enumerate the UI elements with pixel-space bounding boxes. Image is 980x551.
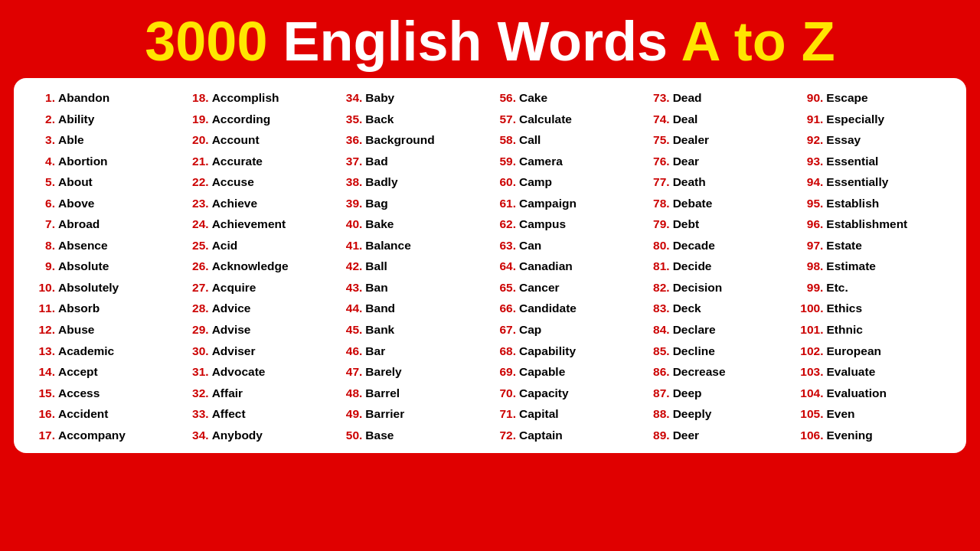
word-number: 29. (186, 321, 209, 339)
word-item: 40.Bake (336, 214, 490, 235)
word-number: 27. (186, 279, 209, 297)
word-number: 44. (339, 299, 362, 318)
word-number: 24. (186, 215, 209, 233)
word-item: 95.Establish (797, 193, 951, 214)
word-item: 66.Candidate (490, 298, 644, 319)
word-item: 92.Essay (797, 129, 951, 151)
word-number: 39. (339, 194, 362, 213)
word-text: Essay (826, 131, 861, 149)
word-text: Call (519, 131, 541, 149)
word-list-container: 1.Abandon2.Ability3.Able4.Abortion5.Abou… (14, 78, 966, 453)
word-text: Evening (827, 426, 873, 445)
word-text: Debate (673, 194, 713, 213)
word-item: 12.Abuse (29, 319, 183, 341)
word-number: 77. (647, 173, 670, 191)
word-text: Barrier (365, 405, 404, 423)
word-number: 20. (186, 131, 209, 149)
word-item: 76.Dear (644, 151, 798, 172)
word-text: Evaluation (827, 384, 887, 403)
word-text: Absorb (58, 299, 100, 318)
word-text: Badly (365, 173, 397, 191)
word-item: 39.Bag (336, 193, 490, 214)
word-item: 73.Dead (644, 87, 798, 109)
word-item: 17.Accompany (29, 425, 183, 446)
word-number: 75. (647, 131, 670, 149)
word-number: 18. (186, 89, 209, 107)
word-item: 48.Barrel (336, 383, 490, 404)
word-number: 96. (800, 215, 823, 233)
word-text: Absolutely (58, 279, 119, 297)
word-number: 78. (647, 194, 670, 213)
word-item: 85.Decline (644, 341, 798, 362)
word-column-6: 90.Escape91.Especially92.Essay93.Essenti… (797, 87, 951, 445)
word-item: 7.Abroad (29, 214, 183, 235)
word-text: Campus (519, 215, 566, 233)
word-number: 56. (493, 89, 516, 107)
word-number: 46. (339, 342, 362, 360)
word-item: 42.Ball (336, 256, 490, 277)
word-number: 3. (32, 131, 55, 149)
word-item: 84.Declare (644, 319, 798, 341)
word-number: 33. (186, 405, 209, 423)
word-item: 38.Badly (336, 171, 490, 193)
word-number: 81. (647, 257, 670, 276)
word-text: Capability (519, 342, 576, 360)
word-number: 72. (493, 426, 516, 445)
word-number: 57. (493, 110, 516, 129)
word-text: Especially (826, 110, 884, 129)
word-text: Barely (365, 363, 401, 381)
word-number: 26. (186, 257, 209, 276)
word-number: 80. (647, 236, 670, 255)
word-text: Captain (519, 426, 563, 445)
word-text: Canadian (519, 257, 573, 276)
word-item: 3.Able (29, 129, 183, 151)
word-text: Abortion (58, 152, 108, 171)
word-number: 99. (800, 279, 823, 297)
word-number: 76. (647, 152, 670, 171)
word-text: Can (519, 236, 541, 255)
word-text: Establishment (826, 215, 907, 233)
title-atoz: A to Z (681, 11, 835, 72)
word-text: Accuse (212, 173, 254, 191)
word-item: 77.Death (644, 171, 798, 193)
word-number: 14. (32, 363, 55, 381)
word-number: 40. (339, 215, 362, 233)
word-text: Base (365, 426, 394, 445)
word-item: 65.Cancer (490, 277, 644, 298)
word-number: 64. (493, 257, 516, 276)
word-number: 16. (32, 405, 55, 423)
word-number: 21. (186, 152, 209, 171)
word-item: 74.Deal (644, 109, 798, 130)
word-item: 82.Decision (644, 277, 798, 298)
word-item: 106.Evening (797, 425, 951, 446)
word-number: 58. (493, 131, 516, 149)
word-text: Back (365, 110, 394, 129)
word-item: 14.Accept (29, 361, 183, 383)
word-text: Calculate (519, 110, 572, 129)
word-text: Accident (58, 405, 108, 423)
word-text: Capital (519, 405, 559, 423)
word-text: Ability (58, 110, 94, 129)
word-number: 91. (800, 110, 823, 129)
word-number: 7. (32, 215, 55, 233)
word-number: 38. (339, 173, 362, 191)
word-number: 73. (647, 89, 670, 107)
word-number: 11. (32, 299, 55, 318)
word-number: 87. (647, 384, 670, 403)
word-text: Ban (365, 279, 387, 297)
word-number: 31. (186, 363, 209, 381)
word-text: Ethnic (827, 321, 863, 339)
word-item: 25.Acid (183, 235, 337, 256)
word-item: 63.Can (490, 235, 644, 256)
word-text: Acquire (212, 279, 256, 297)
word-item: 30.Adviser (183, 341, 337, 362)
word-text: Baby (365, 89, 394, 107)
word-text: European (827, 342, 881, 360)
word-number: 59. (493, 152, 516, 171)
word-text: Accurate (212, 152, 263, 171)
word-item: 8.Absence (29, 235, 183, 256)
word-item: 47.Barely (336, 361, 490, 383)
word-item: 21.Accurate (183, 151, 337, 172)
word-text: Bar (365, 342, 385, 360)
word-number: 98. (800, 257, 823, 276)
